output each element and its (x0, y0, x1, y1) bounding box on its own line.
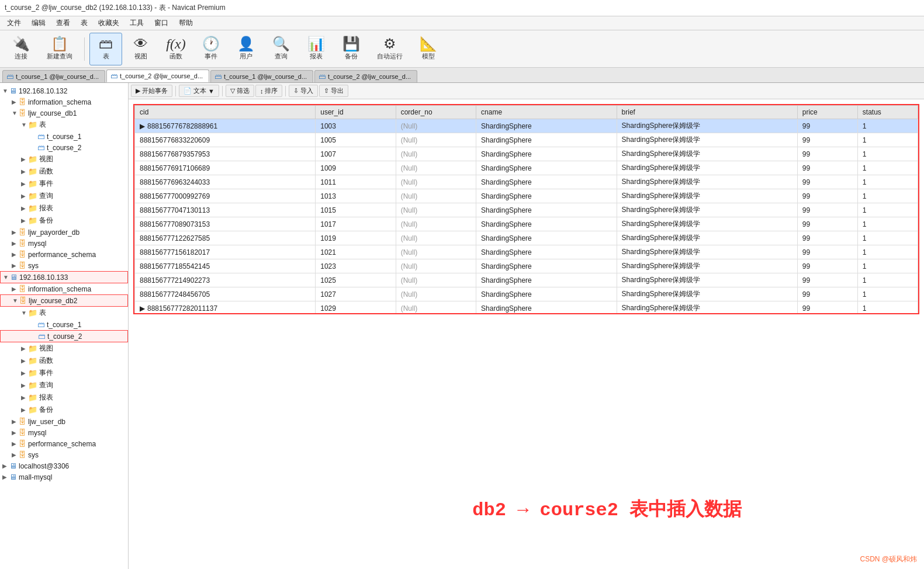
cell-price-11: 99 (797, 273, 857, 287)
tree-item-db1[interactable]: ▼🗄ljw_course_db1 (0, 107, 128, 119)
export-btn[interactable]: ⇧ 导出 (319, 85, 348, 97)
menu-item-帮助[interactable]: 帮助 (174, 17, 198, 29)
toolbar-event[interactable]: 🕐 事件 (195, 33, 227, 65)
sidebar: ▼🖥192.168.10.132▶🗄information_schema▼🗄lj… (0, 83, 129, 569)
table-row[interactable]: 8881567770890731531017(Null)ShardingSphe… (135, 217, 918, 231)
menu-item-查看[interactable]: 查看 (51, 17, 75, 29)
table-row[interactable]: 8881567770009927691013(Null)ShardingSphe… (135, 189, 918, 203)
tree-item-mysql1[interactable]: ▶🗄mysql (0, 238, 128, 249)
cell-price-2: 99 (797, 147, 857, 161)
toolbar-new-query[interactable]: 📋 新建查询 (40, 33, 79, 65)
col-header-cname[interactable]: cname (476, 106, 617, 119)
toolbar-model[interactable]: 📐 模型 (412, 33, 445, 65)
table-row[interactable]: 8881567769632440331011(Null)ShardingSphe… (135, 175, 918, 189)
tree-item-views1[interactable]: ▶📁视图 (0, 153, 128, 165)
col-header-brief[interactable]: brief (617, 106, 797, 119)
table-row[interactable]: 8881567771855421451023(Null)ShardingSphe… (135, 259, 918, 273)
table-row[interactable]: 8881567768332206091005(Null)ShardingSphe… (135, 133, 918, 147)
tree-icon-sys2: 🗄 (19, 450, 26, 459)
table-row[interactable]: 8881567771561820171021(Null)ShardingSphe… (135, 245, 918, 259)
sort-btn[interactable]: ↕ 排序 (255, 85, 283, 97)
tree-item-reports1[interactable]: ▶📁报表 (0, 202, 128, 214)
tree-item-mysql2[interactable]: ▶🗄mysql (0, 427, 128, 438)
menu-item-收藏夹[interactable]: 收藏夹 (94, 17, 124, 29)
tree-item-queries2[interactable]: ▶📁查询 (0, 379, 128, 391)
table-row[interactable]: 8881567770471301131015(Null)ShardingSphe… (135, 203, 918, 217)
toolbar-table[interactable]: 🗃 表 (89, 33, 122, 65)
tree-item-events1[interactable]: ▶📁事件 (0, 178, 128, 190)
begin-transaction-btn[interactable]: ▶ 开始事务 (131, 85, 172, 97)
cell-user_id-4: 1011 (316, 175, 396, 189)
tree-item-backup2[interactable]: ▶📁备份 (0, 404, 128, 416)
tree-label-tables1: 表 (39, 120, 46, 130)
table-row[interactable]: 8881567771226275851019(Null)ShardingSphe… (135, 231, 918, 245)
toolbar-user[interactable]: 👤 用户 (230, 33, 262, 65)
menu-item-表[interactable]: 表 (76, 17, 92, 29)
col-header-cid[interactable]: cid (135, 106, 316, 119)
tree-item-sys1[interactable]: ▶🗄sys (0, 260, 128, 271)
menu-item-文件[interactable]: 文件 (2, 17, 26, 29)
tree-item-t_course_1b[interactable]: 🗃t_course_1 (0, 319, 128, 330)
table-row[interactable]: 8881567772149022731025(Null)ShardingSphe… (135, 273, 918, 287)
tree-item-reports2[interactable]: ▶📁报表 (0, 391, 128, 404)
tree-label-server1: 192.168.10.132 (19, 87, 67, 95)
toolbar-report[interactable]: 📊 报表 (300, 33, 333, 65)
tree-item-t_course_1a[interactable]: 🗃t_course_1 (0, 131, 128, 142)
tree-item-queries1[interactable]: ▶📁查询 (0, 190, 128, 202)
tree-item-t_course_2a[interactable]: 🗃t_course_2 (0, 142, 128, 153)
tree-item-backup1[interactable]: ▶📁备份 (0, 214, 128, 227)
toolbar-backup[interactable]: 💾 备份 (335, 33, 368, 65)
col-header-corderno[interactable]: corder_no (396, 106, 476, 119)
tab-2[interactable]: 🗃 t_course_2 @ljw_course_d... (106, 70, 209, 82)
toolbar-autorun[interactable]: ⚙ 自动运行 (370, 33, 410, 65)
table-row[interactable]: ▶8881567767828889611003(Null)ShardingSph… (135, 119, 918, 133)
tree-item-perf-schema2[interactable]: ▶🗄performance_schema (0, 438, 128, 449)
tree-item-user-db[interactable]: ▶🗄ljw_user_db (0, 416, 128, 427)
filter-btn[interactable]: ▽ 筛选 (226, 85, 254, 97)
event-label: 事件 (205, 52, 217, 61)
tree-item-tables2[interactable]: ▼📁表 (0, 307, 128, 319)
cell-cname-10: ShardingSphere (476, 259, 617, 273)
tab-3[interactable]: 🗃 t_course_1 @ljw_course_d... (210, 70, 313, 82)
table-row[interactable]: 8881567768793579531007(Null)ShardingSphe… (135, 147, 918, 161)
tree-item-tables1[interactable]: ▼📁表 (0, 119, 128, 131)
tab-1[interactable]: 🗃 t_course_1 @ljw_course_d... (2, 70, 105, 82)
tree-item-mall-mysql[interactable]: ▶🖥mall-mysql (0, 471, 128, 483)
table-row[interactable]: 8881567772484567051027(Null)ShardingSphe… (135, 287, 918, 301)
cell-cid-3: 888156776917106689 (135, 161, 316, 175)
tree-item-payorder-db[interactable]: ▶🗄ljw_payorder_db (0, 227, 128, 238)
tab-4[interactable]: 🗃 t_course_2 @ljw_course_d... (314, 70, 417, 82)
menu-item-窗口[interactable]: 窗口 (150, 17, 173, 29)
tree-label-sys1: sys (28, 262, 39, 270)
text-btn[interactable]: 📄 文本 ▼ (179, 85, 219, 97)
toolbar-view[interactable]: 👁 视图 (124, 33, 157, 65)
table-row[interactable]: 8881567769171066891009(Null)ShardingSphe… (135, 161, 918, 175)
user-icon: 👤 (237, 37, 255, 51)
tree-item-info-schema2[interactable]: ▶🗄information_schema (0, 283, 128, 294)
table-row[interactable]: ▶8881567772820111371029(Null)ShardingSph… (135, 301, 918, 315)
tree-item-server1[interactable]: ▼🖥192.168.10.132 (0, 85, 128, 96)
tree-label-views1: 视图 (39, 154, 53, 164)
col-header-userid[interactable]: user_id (316, 106, 396, 119)
tree-item-funcs1[interactable]: ▶📁函数 (0, 165, 128, 178)
menu-item-编辑[interactable]: 编辑 (27, 17, 50, 29)
tree-item-db2[interactable]: ▼🗄ljw_course_db2 (0, 294, 128, 307)
cell-brief-12: ShardingSphere保姆级学 (617, 287, 797, 301)
tree-item-views2[interactable]: ▶📁视图 (0, 342, 128, 355)
menu-item-工具[interactable]: 工具 (125, 17, 148, 29)
tree-item-sys2[interactable]: ▶🗄sys (0, 449, 128, 460)
import-btn[interactable]: ⇩ 导入 (289, 85, 318, 97)
toolbar-connect[interactable]: 🔌 连接 (5, 33, 37, 65)
tree-item-localhost[interactable]: ▶🖥localhost@3306 (0, 460, 128, 471)
toolbar-function[interactable]: f(x) 函数 (160, 33, 192, 65)
col-header-status[interactable]: status (857, 106, 918, 119)
tree-item-funcs2[interactable]: ▶📁函数 (0, 355, 128, 367)
tree-item-info-schema1[interactable]: ▶🗄information_schema (0, 96, 128, 107)
tree-item-perf-schema1[interactable]: ▶🗄performance_schema (0, 249, 128, 260)
tree-item-server2[interactable]: ▼🖥192.168.10.133 (0, 271, 128, 283)
tree-item-events2[interactable]: ▶📁事件 (0, 367, 128, 379)
tree-item-t_course_2b[interactable]: 🗃t_course_2 (0, 330, 128, 342)
col-header-price[interactable]: price (797, 106, 857, 119)
toolbar-query[interactable]: 🔍 查询 (265, 33, 297, 65)
tree-arrow-views1: ▶ (21, 156, 28, 162)
